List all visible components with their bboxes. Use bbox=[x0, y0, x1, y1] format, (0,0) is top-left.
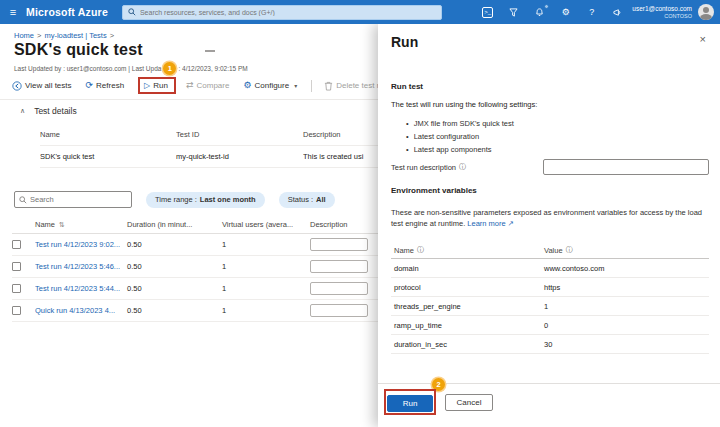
cancel-button[interactable]: Cancel bbox=[445, 394, 493, 411]
env-var-value: 1 bbox=[541, 302, 709, 311]
compare-icon: ⇄ bbox=[186, 81, 194, 90]
run-button[interactable]: Run bbox=[387, 395, 433, 412]
refresh-button[interactable]: ⟳ Refresh bbox=[86, 81, 125, 90]
status-filter-pill[interactable]: Status : All bbox=[279, 192, 335, 208]
info-icon[interactable]: ⓘ bbox=[566, 245, 573, 255]
run-description-input[interactable] bbox=[310, 282, 368, 295]
env-var-name: domain bbox=[391, 264, 541, 273]
table-row: protocol https bbox=[391, 278, 709, 297]
runs-header-row: Name⇅ Duration (in minut... Virtual user… bbox=[12, 216, 378, 234]
run-panel: Run × Run test The test will run using t… bbox=[378, 24, 720, 427]
table-row: Test run 4/12/2023 5:46... 0.50 1 bbox=[12, 256, 378, 278]
run-virtual-users: 1 bbox=[222, 306, 310, 315]
runs-search-input[interactable] bbox=[30, 195, 127, 204]
test-run-description-label: Test run description ⓘ bbox=[391, 162, 466, 172]
test-details-label: Test details bbox=[34, 106, 77, 116]
row-checkbox[interactable] bbox=[12, 284, 21, 293]
runs-header-description: Description bbox=[310, 220, 378, 229]
runs-search-box[interactable] bbox=[14, 191, 132, 208]
details-header-row: Name Test ID Description bbox=[40, 124, 378, 146]
help-icon[interactable]: ? bbox=[585, 6, 598, 19]
azure-top-bar: ≡ Microsoft Azure >_ ⚙ ? user1@contoso.c… bbox=[0, 0, 720, 24]
run-duration: 0.50 bbox=[127, 306, 222, 315]
refresh-icon: ⟳ bbox=[86, 81, 94, 90]
list-item: Latest configuration bbox=[406, 132, 514, 141]
table-row: threads_per_engine 1 bbox=[391, 297, 709, 316]
environment-variables-table: Nameⓘ Valueⓘ domain www.contoso.com prot… bbox=[391, 242, 709, 354]
env-var-value: www.contoso.com bbox=[541, 264, 709, 273]
compare-button[interactable]: ⇄ Compare bbox=[186, 81, 229, 90]
breadcrumb-home-link[interactable]: Home bbox=[14, 31, 34, 40]
environment-variables-description: These are non-sensitive parameters expos… bbox=[391, 208, 703, 230]
cloud-shell-icon[interactable]: >_ bbox=[481, 6, 494, 19]
breadcrumb-loadtest-link[interactable]: my-loadtest | Tests bbox=[44, 31, 106, 40]
details-header-test-id: Test ID bbox=[176, 130, 303, 139]
breadcrumb-separator: > bbox=[110, 31, 114, 40]
table-row: duration_in_sec 30 bbox=[391, 335, 709, 354]
status-label: Status : bbox=[288, 195, 313, 204]
step-1-callout-badge: 1 bbox=[163, 62, 176, 75]
close-icon[interactable]: × bbox=[700, 34, 706, 45]
table-row: ramp_up_time 0 bbox=[391, 316, 709, 335]
run-virtual-users: 1 bbox=[222, 262, 310, 271]
test-run-link[interactable]: Test run 4/12/2023 5:46... bbox=[35, 262, 127, 271]
row-checkbox[interactable] bbox=[12, 240, 21, 249]
env-header-name: Nameⓘ bbox=[391, 245, 541, 255]
time-range-value: Last one month bbox=[200, 195, 256, 204]
subtitle-text-before: Last Updated by : user1@contoso.com | La… bbox=[14, 65, 161, 72]
row-checkbox[interactable] bbox=[12, 262, 21, 271]
test-details-table: Name Test ID Description SDK's quick tes… bbox=[40, 124, 378, 168]
env-var-name: duration_in_sec bbox=[391, 340, 541, 349]
sort-icon[interactable]: ⇅ bbox=[59, 221, 65, 228]
run-duration: 0.50 bbox=[127, 240, 222, 249]
test-run-description-row: Test run description ⓘ bbox=[391, 162, 709, 172]
info-icon[interactable]: ⓘ bbox=[417, 245, 424, 255]
user-avatar[interactable] bbox=[698, 4, 714, 20]
notifications-bell-icon[interactable] bbox=[533, 6, 546, 19]
run-test-heading: Run test bbox=[391, 82, 423, 91]
test-run-description-field[interactable] bbox=[543, 159, 709, 175]
panel-footer: Run Cancel bbox=[384, 389, 493, 415]
test-run-link[interactable]: Test run 4/12/2023 5:44... bbox=[35, 284, 127, 293]
details-test-description: This is created usi bbox=[303, 152, 378, 161]
run-duration: 0.50 bbox=[127, 284, 222, 293]
feedback-megaphone-icon[interactable] bbox=[611, 6, 624, 19]
page-title: SDK's quick test bbox=[14, 41, 143, 59]
time-range-label: Time range : bbox=[155, 195, 197, 204]
run-description-input[interactable] bbox=[310, 260, 368, 273]
run-description-input[interactable] bbox=[310, 238, 368, 251]
table-row: domain www.contoso.com bbox=[391, 259, 709, 278]
trash-icon bbox=[324, 81, 333, 91]
account-menu[interactable]: user1@contoso.com CONTOSO bbox=[632, 5, 692, 20]
global-search-bar[interactable] bbox=[122, 5, 442, 20]
panel-footer-divider bbox=[378, 383, 720, 384]
test-run-link[interactable]: Quick run 4/13/2023 4... bbox=[35, 306, 127, 315]
env-var-value: 0 bbox=[541, 321, 709, 330]
test-runs-table: Name⇅ Duration (in minut... Virtual user… bbox=[12, 216, 378, 322]
status-value: All bbox=[316, 195, 326, 204]
run-button-toolbar[interactable]: ▷ Run bbox=[138, 77, 176, 94]
row-checkbox[interactable] bbox=[12, 306, 21, 315]
back-circle-arrow-icon bbox=[12, 81, 22, 91]
refresh-label: Refresh bbox=[96, 81, 124, 90]
pin-icon[interactable] bbox=[205, 50, 215, 52]
test-run-link[interactable]: Test run 4/12/2023 9:02... bbox=[35, 240, 127, 249]
compare-label: Compare bbox=[197, 81, 230, 90]
external-link-icon: ↗ bbox=[508, 219, 514, 228]
global-search-input[interactable] bbox=[140, 9, 436, 16]
view-all-tests-button[interactable]: View all tests bbox=[12, 81, 72, 91]
configure-button[interactable]: ⚙ Configure ▾ bbox=[243, 81, 297, 90]
env-var-value: https bbox=[541, 283, 709, 292]
settings-gear-icon[interactable]: ⚙ bbox=[559, 6, 572, 19]
test-details-section-toggle[interactable]: ∧ Test details bbox=[20, 106, 77, 116]
run-description-input[interactable] bbox=[310, 304, 368, 317]
run-button-callout: Run bbox=[384, 389, 436, 415]
time-range-filter-pill[interactable]: Time range : Last one month bbox=[146, 192, 265, 208]
hamburger-menu-icon[interactable]: ≡ bbox=[0, 6, 26, 18]
environment-variables-heading: Environment variables bbox=[391, 186, 477, 195]
info-icon[interactable]: ⓘ bbox=[459, 162, 466, 172]
directory-filter-icon[interactable] bbox=[507, 6, 520, 19]
delete-test-runs-button[interactable]: Delete test ru bbox=[324, 81, 384, 91]
learn-more-link[interactable]: Learn more ↗ bbox=[467, 219, 514, 228]
run-virtual-users: 1 bbox=[222, 240, 310, 249]
